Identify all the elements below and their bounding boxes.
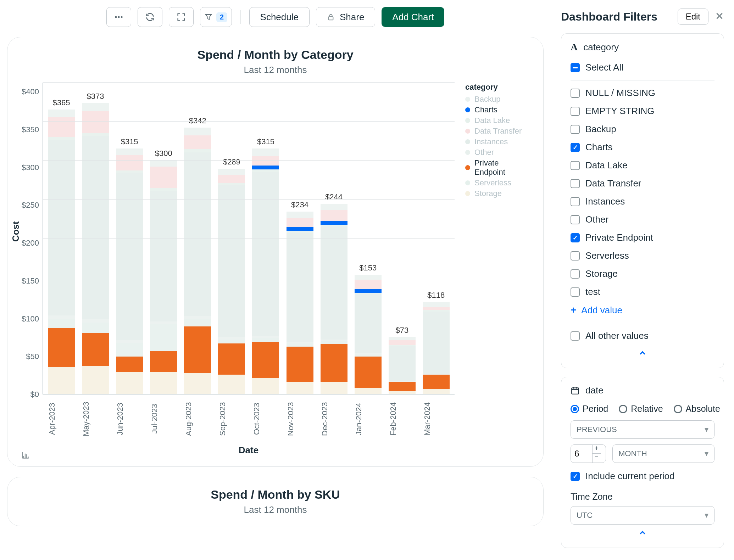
edit-filters-button[interactable]: Edit [678, 9, 708, 25]
bar-segment-data-transfer[interactable] [48, 117, 75, 137]
select-all-row[interactable]: Select All [571, 58, 714, 77]
bar-segment-other[interactable] [82, 319, 109, 323]
bar-segment-backup[interactable] [252, 149, 279, 156]
refresh-button[interactable] [138, 7, 162, 27]
bar-segment-other[interactable] [287, 342, 313, 343]
period-count-field[interactable] [571, 445, 592, 463]
bar-segment-backup[interactable] [48, 110, 75, 117]
bar-segment-instances[interactable] [150, 191, 177, 322]
bar-segment-data-lake[interactable] [116, 170, 143, 173]
legend-item[interactable]: Charts [465, 105, 529, 115]
bar-segment-instances[interactable] [218, 185, 245, 337]
filter-option[interactable]: Data Lake [571, 156, 714, 174]
bar-segment-serverless[interactable] [184, 319, 211, 326]
bar-segment-other[interactable] [150, 321, 177, 324]
bar-segment-other[interactable] [321, 340, 347, 341]
fullscreen-button[interactable] [169, 7, 194, 27]
bar-segment-storage[interactable] [218, 375, 245, 394]
bar-segment-private-endpoint[interactable] [287, 347, 313, 382]
bar-segment-other[interactable] [423, 374, 450, 375]
bar-segment-other[interactable] [218, 337, 245, 340]
bar-segment-data-transfer[interactable] [423, 307, 450, 310]
date-mode-option[interactable]: Period [571, 404, 608, 414]
bar-segment-serverless[interactable] [287, 343, 313, 347]
bar-segment-instances[interactable] [355, 294, 382, 353]
bar-segment-instances[interactable] [116, 173, 143, 340]
legend-item[interactable]: Backup [465, 94, 529, 105]
add-chart-button[interactable]: Add Chart [382, 7, 444, 27]
bar-segment-data-lake[interactable] [287, 231, 313, 233]
bar-segment-private-endpoint[interactable] [321, 344, 347, 382]
bar-segment-storage[interactable] [116, 372, 143, 394]
bar-segment-serverless[interactable] [150, 324, 177, 351]
bar-segment-data-transfer[interactable] [287, 218, 313, 227]
bar-segment-other[interactable] [252, 336, 279, 338]
bar-segment-private-endpoint[interactable] [389, 382, 416, 391]
filter-option[interactable]: Charts [571, 138, 714, 156]
bar-segment-instances[interactable] [389, 346, 416, 381]
legend-item[interactable]: Instances [465, 136, 529, 147]
bar-segment-storage[interactable] [252, 378, 279, 394]
filter-option-checkbox[interactable] [571, 233, 580, 242]
bar-segment-data-transfer[interactable] [355, 280, 382, 289]
filter-option[interactable]: Storage [571, 265, 714, 283]
bar-segment-serverless[interactable] [252, 338, 279, 342]
bar-segment-instances[interactable] [287, 233, 313, 342]
bar-segment-serverless[interactable] [321, 341, 347, 344]
bar-segment-backup[interactable] [423, 302, 450, 307]
include-current-checkbox[interactable] [571, 472, 580, 481]
bar-segment-storage[interactable] [48, 367, 75, 394]
bar-segment-data-transfer[interactable] [184, 135, 211, 150]
bar-segment-data-lake[interactable] [48, 137, 75, 140]
bar-segment-private-endpoint[interactable] [150, 351, 177, 372]
bar-segment-data-transfer[interactable] [218, 175, 245, 183]
schedule-button[interactable]: Schedule [249, 7, 310, 27]
filter-option[interactable]: Instances [571, 192, 714, 211]
bar-segment-storage[interactable] [321, 382, 347, 394]
filter-option-checkbox[interactable] [571, 197, 580, 206]
filter-option-checkbox[interactable] [571, 287, 580, 297]
bar-segment-other[interactable] [116, 340, 143, 343]
collapse-filter-button[interactable] [571, 345, 714, 360]
number-stepper[interactable]: + − [592, 445, 601, 463]
filter-option-checkbox[interactable] [571, 269, 580, 279]
date-mode-option[interactable]: Relative [619, 404, 663, 414]
all-other-checkbox[interactable] [571, 331, 580, 341]
bar-segment-instances[interactable] [252, 172, 279, 336]
timezone-select[interactable]: UTC ▾ [571, 506, 714, 525]
bar-segment-data-transfer[interactable] [389, 340, 416, 345]
bar-segment-data-lake[interactable] [423, 310, 450, 311]
chart-type-icon[interactable] [21, 450, 30, 461]
filter-option-checkbox[interactable] [571, 89, 580, 98]
bar-segment-instances[interactable] [82, 136, 109, 319]
bar-segment-data-lake[interactable] [150, 188, 177, 191]
legend-item[interactable]: Data Transfer [465, 126, 529, 136]
bar-segment-charts[interactable] [252, 166, 279, 169]
bar-segment-private-endpoint[interactable] [184, 326, 211, 373]
bar-segment-instances[interactable] [321, 226, 347, 340]
filter-option[interactable]: Data Transfer [571, 174, 714, 192]
filter-option[interactable]: Other [571, 211, 714, 229]
bar-segment-other[interactable] [389, 381, 416, 382]
filter-option-checkbox[interactable] [571, 251, 580, 261]
radio[interactable] [571, 405, 579, 413]
bar-segment-instances[interactable] [423, 312, 450, 374]
bar-group[interactable]: $234 [287, 212, 313, 394]
step-up[interactable]: + [593, 445, 601, 454]
bar-segment-serverless[interactable] [218, 340, 245, 343]
bar-segment-private-endpoint[interactable] [82, 333, 109, 366]
bar-segment-storage[interactable] [150, 372, 177, 394]
legend-item[interactable]: Storage [465, 188, 529, 199]
bar-segment-data-transfer[interactable] [116, 155, 143, 170]
date-mode-option[interactable]: Absolute [674, 404, 720, 414]
bar-segment-backup[interactable] [184, 128, 211, 135]
bar-segment-data-lake[interactable] [218, 183, 245, 185]
bar-group[interactable]: $289 [218, 169, 245, 394]
step-down[interactable]: − [593, 454, 601, 463]
bar-segment-private-endpoint[interactable] [355, 357, 382, 388]
bar-segment-backup[interactable] [389, 337, 416, 340]
bar-group[interactable]: $342 [184, 128, 211, 394]
filter-option[interactable]: test [571, 283, 714, 301]
bar-segment-backup[interactable] [150, 160, 177, 167]
bar-segment-other[interactable] [355, 353, 382, 354]
